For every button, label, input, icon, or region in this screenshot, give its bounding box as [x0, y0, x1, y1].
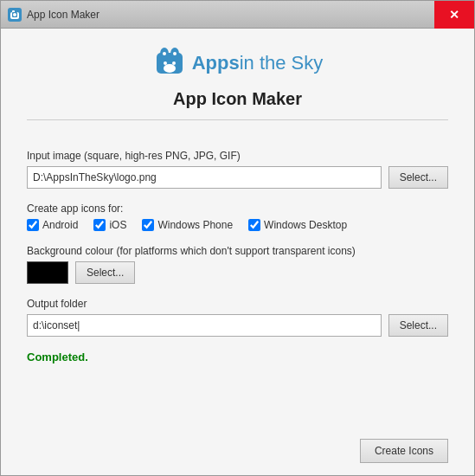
output-folder-row: Select... — [27, 314, 448, 337]
app-icon — [8, 8, 22, 22]
create-for-label: Create app icons for: — [27, 203, 448, 215]
checkbox-ios-input[interactable] — [93, 219, 106, 231]
app-title: App Icon Maker — [173, 89, 302, 109]
status-text: Completed. — [27, 351, 448, 363]
output-folder-group: Output folder Select... — [27, 298, 448, 337]
checkbox-ios-label: iOS — [109, 219, 126, 231]
input-image-group: Input image (square, high-res PNG, JPG, … — [27, 150, 448, 189]
create-for-group: Create app icons for: Android iOS Window… — [27, 203, 448, 231]
checkbox-android-input[interactable] — [27, 219, 39, 231]
close-button[interactable]: ✕ — [434, 1, 474, 29]
svg-point-11 — [172, 61, 176, 65]
input-image-select-button[interactable]: Select... — [388, 166, 448, 189]
output-folder-field[interactable] — [27, 314, 382, 337]
checkbox-winphone-input[interactable] — [142, 219, 154, 231]
svg-point-9 — [164, 64, 176, 73]
footer: Create Icons — [1, 430, 474, 475]
title-bar-label: App Icon Maker — [27, 9, 99, 21]
svg-point-7 — [163, 52, 166, 55]
output-folder-label: Output folder — [27, 298, 448, 310]
output-folder-select-button[interactable]: Select... — [388, 314, 448, 337]
checkbox-windesktop-input[interactable] — [248, 219, 260, 231]
create-icons-button[interactable]: Create Icons — [360, 439, 448, 463]
input-image-field[interactable] — [27, 166, 382, 189]
input-image-row: Select... — [27, 166, 448, 189]
background-colour-label: Background colour (for platforms which d… — [27, 245, 448, 257]
checkboxes-row: Android iOS Windows Phone Windows Deskto… — [27, 219, 448, 231]
background-colour-group: Background colour (for platforms which d… — [27, 245, 448, 284]
color-swatch[interactable] — [27, 261, 68, 284]
svg-point-8 — [173, 52, 177, 55]
logo-container: Appsin the Sky — [152, 46, 324, 80]
checkbox-windesktop-label: Windows Desktop — [264, 219, 347, 231]
app-header: Appsin the Sky App Icon Maker — [27, 46, 448, 136]
checkbox-android-label: Android — [42, 219, 78, 231]
checkbox-ios[interactable]: iOS — [93, 219, 126, 231]
logo-apps: Apps — [192, 52, 240, 74]
logo-icon — [152, 46, 187, 80]
checkbox-windows-phone[interactable]: Windows Phone — [142, 219, 233, 231]
input-image-label: Input image (square, high-res PNG, JPG, … — [27, 150, 448, 162]
main-window: App Icon Maker ✕ Appsin the Sk — [0, 0, 475, 476]
title-bar-left: App Icon Maker — [8, 8, 99, 22]
logo-text: Appsin the Sky — [192, 52, 324, 74]
checkbox-android[interactable]: Android — [27, 219, 78, 231]
title-bar: App Icon Maker ✕ — [1, 1, 474, 29]
main-content: Appsin the Sky App Icon Maker Input imag… — [1, 29, 474, 430]
background-colour-select-button[interactable]: Select... — [75, 261, 135, 284]
svg-point-10 — [164, 61, 167, 65]
color-row: Select... — [27, 261, 448, 284]
header-divider — [27, 119, 448, 120]
svg-point-3 — [13, 13, 16, 16]
checkbox-windows-desktop[interactable]: Windows Desktop — [248, 219, 347, 231]
checkbox-winphone-label: Windows Phone — [157, 219, 233, 231]
logo-inthesky: in the Sky — [240, 52, 324, 74]
